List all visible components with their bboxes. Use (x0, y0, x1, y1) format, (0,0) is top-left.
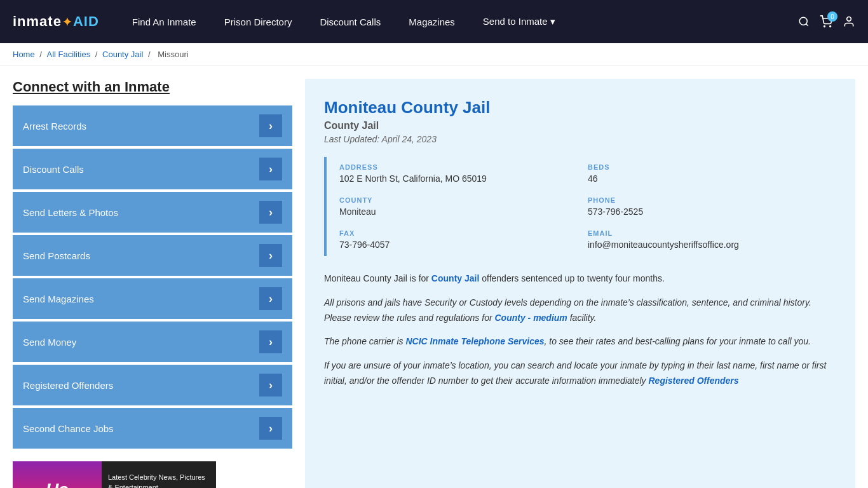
desc4-link[interactable]: Registered Offenders (648, 376, 738, 386)
sidebar-item-second-chance-jobs[interactable]: Second Chance Jobs › (13, 408, 292, 449)
beds-value: 46 (588, 173, 836, 184)
facility-updated: Last Updated: April 24, 2023 (324, 134, 836, 144)
facility-type: County Jail (324, 120, 836, 132)
navbar-links: Find An Inmate Prison Directory Discount… (118, 0, 798, 43)
info-address: ADDRESS 102 E North St, California, MO 6… (339, 157, 588, 190)
logo-inmate: inmate (13, 13, 62, 29)
breadcrumb-sep2: / (95, 50, 100, 59)
nav-discount-calls[interactable]: Discount Calls (306, 0, 395, 43)
breadcrumb-sep3: / (148, 50, 153, 59)
navbar-actions: 0 (798, 15, 855, 28)
ad-content: Us Latest Celebrity News, Pictures & Ent… (13, 461, 216, 488)
info-email: EMAIL info@moniteaucountysheriffsoffice.… (588, 223, 836, 256)
svg-point-0 (799, 17, 807, 25)
user-icon (843, 15, 855, 28)
info-grid: ADDRESS 102 E North St, California, MO 6… (324, 157, 836, 256)
breadcrumb-sep1: / (39, 50, 44, 59)
sidebar-item-label: Send Money (23, 337, 76, 348)
county-value: Moniteau (339, 207, 588, 217)
desc-paragraph-1: Moniteau County Jail is for County Jail … (324, 271, 836, 287)
sidebar-item-label: Arrest Records (23, 121, 86, 132)
arrow-icon: › (259, 374, 282, 396)
info-beds: BEDS 46 (588, 157, 836, 190)
facility-title: Moniteau County Jail (324, 98, 836, 118)
breadcrumb-home[interactable]: Home (13, 50, 35, 59)
desc1-text: Moniteau County Jail is for (324, 273, 431, 283)
breadcrumb-bar: Home / All Facilities / County Jail / Mi… (0, 43, 868, 66)
search-button[interactable] (798, 16, 810, 27)
breadcrumb: Home / All Facilities / County Jail / Mi… (13, 50, 855, 59)
desc2-cont: facility. (567, 313, 597, 323)
address-value: 102 E North St, California, MO 65019 (339, 173, 588, 184)
breadcrumb-state: Missouri (158, 50, 188, 59)
desc-paragraph-2: All prisons and jails have Security or C… (324, 295, 836, 326)
email-value: info@moniteaucountysheriffsoffice.org (588, 240, 836, 250)
info-county: COUNTY Moniteau (339, 190, 588, 223)
address-label: ADDRESS (339, 163, 588, 171)
info-fax: FAX 73-796-4057 (339, 223, 588, 256)
ad-brand: Us (46, 480, 69, 488)
sidebar-item-label: Registered Offenders (23, 380, 113, 391)
arrow-icon: › (259, 287, 282, 310)
ad-tagline: Latest Celebrity News, Pictures & Entert… (108, 473, 210, 488)
logo-text: inmate✦AID (13, 13, 99, 30)
ad-text-area: Latest Celebrity News, Pictures & Entert… (102, 461, 216, 488)
sidebar-item-registered-offenders[interactable]: Registered Offenders › (13, 365, 292, 405)
nav-prison-directory[interactable]: Prison Directory (210, 0, 306, 43)
info-phone: PHONE 573-796-2525 (588, 190, 836, 223)
arrow-icon: › (259, 244, 282, 267)
sidebar-menu: Arrest Records › Discount Calls › Send L… (13, 105, 292, 449)
phone-value: 573-796-2525 (588, 207, 836, 217)
arrow-icon: › (259, 417, 282, 440)
breadcrumb-type[interactable]: County Jail (102, 50, 143, 59)
navbar: inmate✦AID Find An Inmate Prison Directo… (0, 0, 868, 43)
desc-paragraph-3: The phone carrier is NCIC Inmate Telepho… (324, 334, 836, 349)
desc1-link[interactable]: County Jail (431, 273, 479, 283)
desc-paragraph-4: If you are unsure of your inmate’s locat… (324, 358, 836, 389)
desc2-link[interactable]: County - medium (494, 313, 567, 323)
arrow-icon: › (259, 201, 282, 224)
cart-button[interactable]: 0 (820, 15, 832, 28)
svg-point-2 (824, 26, 825, 27)
user-button[interactable] (843, 15, 855, 28)
fax-value: 73-796-4057 (339, 240, 588, 250)
sidebar-title: Connect with an Inmate (13, 79, 292, 95)
desc3-text: The phone carrier is (324, 336, 405, 346)
logo-icon: ✦ (62, 16, 72, 29)
sidebar-item-label: Second Chance Jobs (23, 423, 114, 434)
desc1-cont: offenders sentenced up to twenty four mo… (479, 273, 665, 283)
email-label: EMAIL (588, 229, 836, 237)
svg-line-1 (806, 24, 808, 25)
phone-label: PHONE (588, 196, 836, 204)
main-layout: Connect with an Inmate Arrest Records › … (0, 66, 868, 488)
arrow-icon: › (259, 158, 282, 180)
fax-label: FAX (339, 229, 588, 237)
sidebar-item-label: Send Postcards (23, 250, 90, 261)
desc4-text: If you are unsure of your inmate’s locat… (324, 360, 826, 386)
content-area: Moniteau County Jail County Jail Last Up… (305, 79, 855, 488)
arrow-icon: › (259, 330, 282, 353)
sidebar-item-label: Discount Calls (23, 164, 84, 175)
nav-magazines[interactable]: Magazines (395, 0, 469, 43)
sidebar-item-send-magazines[interactable]: Send Magazines › (13, 278, 292, 319)
logo[interactable]: inmate✦AID (13, 13, 99, 30)
breadcrumb-facilities[interactable]: All Facilities (47, 50, 91, 59)
ad-image: Us (13, 461, 102, 488)
sidebar-item-discount-calls[interactable]: Discount Calls › (13, 149, 292, 189)
sidebar-ad[interactable]: Us Latest Celebrity News, Pictures & Ent… (13, 461, 216, 488)
sidebar-item-send-postcards[interactable]: Send Postcards › (13, 235, 292, 276)
sidebar: Connect with an Inmate Arrest Records › … (13, 79, 292, 488)
county-label: COUNTY (339, 196, 588, 204)
beds-label: BEDS (588, 163, 836, 171)
desc3-cont: , to see their rates and best-calling pl… (545, 336, 811, 346)
sidebar-item-send-letters[interactable]: Send Letters & Photos › (13, 192, 292, 233)
arrow-icon: › (259, 114, 282, 137)
svg-point-3 (830, 26, 831, 27)
nav-find-inmate[interactable]: Find An Inmate (118, 0, 210, 43)
sidebar-item-label: Send Letters & Photos (23, 207, 118, 218)
desc3-link[interactable]: NCIC Inmate Telephone Services (405, 336, 544, 346)
sidebar-item-send-money[interactable]: Send Money › (13, 322, 292, 362)
sidebar-item-arrest-records[interactable]: Arrest Records › (13, 105, 292, 146)
nav-send-to-inmate[interactable]: Send to Inmate ▾ (469, 0, 569, 43)
svg-point-4 (847, 17, 851, 22)
